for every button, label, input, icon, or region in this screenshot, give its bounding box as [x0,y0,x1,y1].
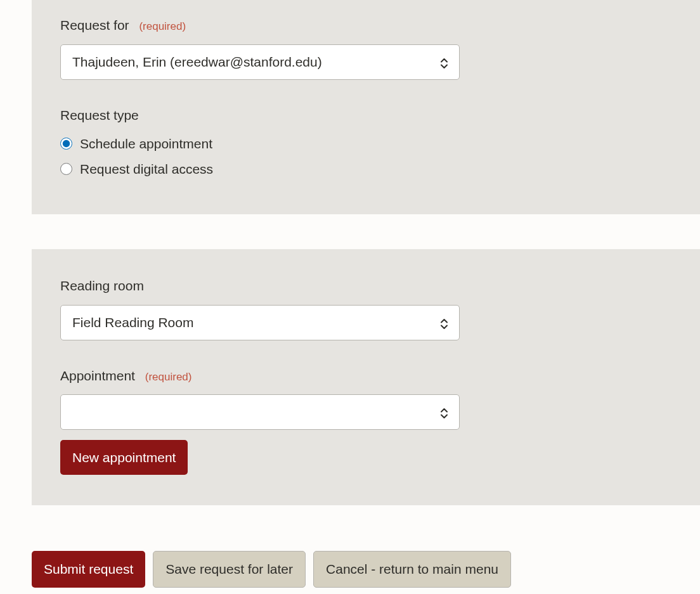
request-info-section: Request for (required) Thajudeen, Erin (… [32,0,700,214]
required-indicator: (required) [139,20,186,32]
reading-room-select[interactable]: Field Reading Room [60,305,460,340]
radio-schedule-label[interactable]: Schedule appointment [80,134,212,154]
appointment-select-wrapper [60,394,460,430]
request-type-label: Request type [60,98,671,126]
radio-row-digital: Request digital access [60,159,671,179]
appointment-label: Appointment (required) [60,358,671,386]
reading-room-select-wrapper: Field Reading Room [60,305,460,340]
reading-room-label: Reading room [60,276,671,296]
appointment-label-text: Appointment [60,368,135,383]
request-type-radio-group: Schedule appointment Request digital acc… [60,134,671,179]
appointment-section: Reading room Field Reading Room Appointm… [32,249,700,505]
request-for-label: Request for (required) [60,0,671,36]
radio-row-schedule: Schedule appointment [60,134,671,154]
request-for-select-wrapper: Thajudeen, Erin (ereedwar@stanford.edu) [60,44,460,80]
form-action-buttons: Submit request Save request for later Ca… [32,551,700,587]
required-indicator: (required) [145,371,192,383]
radio-digital-access[interactable] [60,163,72,175]
new-appointment-button[interactable]: New appointment [60,440,188,475]
submit-request-button[interactable]: Submit request [32,551,145,587]
request-for-select[interactable]: Thajudeen, Erin (ereedwar@stanford.edu) [60,44,460,80]
save-for-later-button[interactable]: Save request for later [153,551,306,587]
radio-digital-label[interactable]: Request digital access [80,159,213,179]
request-for-label-text: Request for [60,18,129,32]
appointment-select[interactable] [60,394,460,430]
new-appointment-wrapper: New appointment [60,440,671,475]
radio-schedule-appointment[interactable] [60,138,72,150]
cancel-button[interactable]: Cancel - return to main menu [313,551,511,587]
